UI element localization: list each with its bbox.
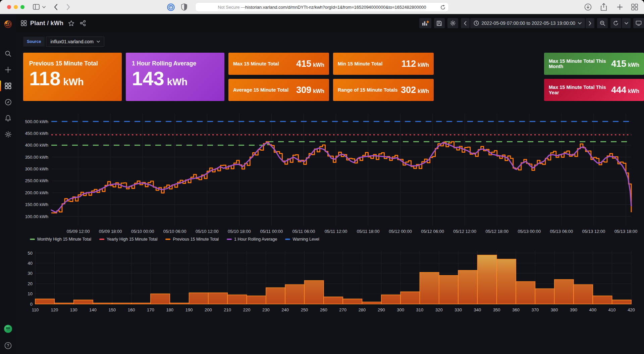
svg-text:160: 160 xyxy=(128,307,135,312)
url-text: historian.varland.com/d/mnDYTt-nz/kwh?or… xyxy=(245,5,426,10)
legend-item-previous-15min[interactable]: Previous 15 Minute Total xyxy=(165,237,219,242)
svg-text:130: 130 xyxy=(70,307,77,312)
svg-text:05/11 12:00: 05/11 12:00 xyxy=(325,229,347,234)
add-panel-button[interactable] xyxy=(419,18,431,28)
svg-text:10: 10 xyxy=(28,291,33,296)
svg-text:05/13 00:00: 05/13 00:00 xyxy=(518,229,541,234)
stat-year-max[interactable]: Max 15 Minute Total This Year 444kWh xyxy=(544,79,644,101)
svg-text:190: 190 xyxy=(185,307,193,312)
source-variable-dropdown[interactable]: influx01.varland.com xyxy=(46,37,104,47)
sidebar-item-create[interactable] xyxy=(0,62,16,78)
stat-max-15min[interactable]: Max 15 Minute Total 415kWh xyxy=(228,53,329,75)
stat-min-15min[interactable]: Min 15 Minute Total 112kWh xyxy=(333,53,434,75)
histogram-chart[interactable]: 0102030405011012013014015016017018019020… xyxy=(23,248,644,316)
svg-text:120: 120 xyxy=(51,307,58,312)
sidebar-item-dashboards[interactable] xyxy=(0,78,16,94)
time-range-back-button[interactable] xyxy=(461,18,470,28)
share-dashboard-icon[interactable] xyxy=(80,20,86,26)
not-secure-label: Not Secure — xyxy=(218,5,245,10)
stat-value: 415 xyxy=(296,59,311,69)
time-range-picker[interactable]: 2022-05-09 07:00:00 to 2022-05-13 19:00:… xyxy=(470,18,585,28)
svg-text:05/09 12:00: 05/09 12:00 xyxy=(67,229,90,234)
svg-text:370: 370 xyxy=(532,307,539,312)
onepassword-icon[interactable] xyxy=(167,3,175,11)
stat-value: 112 xyxy=(401,59,416,69)
sidebar-item-alerting[interactable] xyxy=(0,110,16,126)
stat-month-max[interactable]: Max 15 Minute Total This Month 415kWh xyxy=(544,53,644,75)
time-range-label: 2022-05-09 07:00:00 to 2022-05-13 19:00:… xyxy=(482,20,575,26)
window-close-button[interactable] xyxy=(7,5,11,9)
dashboard-title[interactable]: Plant / kWh xyxy=(30,20,63,27)
downloads-icon[interactable] xyxy=(584,3,592,11)
stat-unit: kWh xyxy=(628,62,639,68)
zoom-out-time-button[interactable] xyxy=(597,18,608,28)
legend-item-monthly-high[interactable]: Monthly High 15 Minute Total xyxy=(30,237,91,242)
svg-text:350: 350 xyxy=(493,307,500,312)
new-tab-icon[interactable] xyxy=(616,4,623,10)
forward-icon[interactable] xyxy=(66,4,70,10)
stat-rolling-average[interactable]: 1 Hour Rolling Average 143kWh xyxy=(126,53,224,101)
apps-grid-icon[interactable] xyxy=(21,20,27,26)
browser-chrome: Not Secure — historian.varland.com/d/mnD… xyxy=(0,0,644,14)
empty-panel-slot xyxy=(438,53,540,101)
kiosk-mode-button[interactable] xyxy=(633,18,644,28)
svg-text:110: 110 xyxy=(32,307,39,312)
grafana-logo[interactable] xyxy=(0,16,16,32)
refresh-interval-dropdown[interactable] xyxy=(622,18,631,28)
window-minimize-button[interactable] xyxy=(14,5,18,9)
svg-text:180: 180 xyxy=(166,307,173,312)
svg-text:280: 280 xyxy=(359,307,366,312)
stat-value: 118 xyxy=(29,68,61,89)
svg-text:200.00 kWh: 200.00 kWh xyxy=(25,190,48,195)
dashboard-settings-button[interactable] xyxy=(447,18,458,28)
legend-item-warning-level[interactable]: Warning Level xyxy=(285,237,319,242)
timeseries-chart[interactable]: 05/09 12:0005/09 18:0005/10 00:0005/10 0… xyxy=(23,109,644,236)
chevron-down-icon xyxy=(97,41,100,43)
stat-previous-15min[interactable]: Previous 15 Minute Total 118kWh xyxy=(23,53,122,101)
svg-text:270: 270 xyxy=(339,307,346,312)
svg-text:05/10 00:00: 05/10 00:00 xyxy=(131,229,154,234)
refresh-button[interactable] xyxy=(610,18,621,28)
svg-text:30: 30 xyxy=(28,271,33,276)
shield-privacy-icon[interactable] xyxy=(181,3,187,11)
share-icon[interactable] xyxy=(600,3,607,11)
svg-text:05/12 18:00: 05/12 18:00 xyxy=(485,229,508,234)
stat-unit: kWh xyxy=(418,62,429,68)
stat-range-15min[interactable]: Range of 15 Minute Totals 302kWh xyxy=(333,79,434,101)
svg-text:410: 410 xyxy=(608,307,616,312)
sidebar-active-indicator xyxy=(0,81,1,91)
reload-icon[interactable] xyxy=(440,5,445,10)
stat-unit: kWh xyxy=(167,77,187,88)
stat-label: Range of 15 Minute Totals xyxy=(338,87,398,93)
time-range-forward-button[interactable] xyxy=(586,18,594,28)
window-zoom-button[interactable] xyxy=(20,5,24,9)
star-icon[interactable] xyxy=(68,20,74,27)
save-dashboard-button[interactable] xyxy=(434,18,445,28)
dashboard-navbar: Plant / kWh xyxy=(16,14,644,32)
stat-average-15min[interactable]: Average 15 Minute Total 309kWh xyxy=(228,79,329,101)
address-bar[interactable]: Not Secure — historian.varland.com/d/mnD… xyxy=(195,2,449,12)
legend-swatch xyxy=(30,239,35,240)
svg-text:220: 220 xyxy=(243,307,251,312)
sidebar-item-configuration[interactable] xyxy=(0,126,16,142)
clock-icon xyxy=(474,20,479,26)
svg-text:05/12 12:00: 05/12 12:00 xyxy=(453,229,476,234)
svg-text:05/11 00:00: 05/11 00:00 xyxy=(260,229,283,234)
sidebar-item-search[interactable] xyxy=(0,46,16,62)
svg-text:450.00 kWh: 450.00 kWh xyxy=(25,131,48,136)
sidebar-toggle-icon[interactable] xyxy=(33,4,40,10)
stat-value: 309 xyxy=(296,85,311,95)
svg-text:230: 230 xyxy=(262,307,270,312)
tab-overview-icon[interactable] xyxy=(631,4,638,10)
stat-label: Min 15 Minute Total xyxy=(338,61,382,66)
chevron-down-icon[interactable] xyxy=(42,6,46,8)
back-icon[interactable] xyxy=(54,4,58,10)
legend-swatch xyxy=(99,239,104,240)
user-avatar[interactable] xyxy=(4,324,12,335)
legend-item-rolling-average[interactable]: 1 Hour Rolling Average xyxy=(227,237,277,242)
legend-item-yearly-high[interactable]: Yearly High 15 Minute Total xyxy=(99,237,157,242)
sidebar-item-explore[interactable] xyxy=(0,94,16,110)
help-icon[interactable]: ? xyxy=(4,342,12,351)
legend-swatch xyxy=(285,239,290,240)
stat-unit: kWh xyxy=(418,88,429,94)
